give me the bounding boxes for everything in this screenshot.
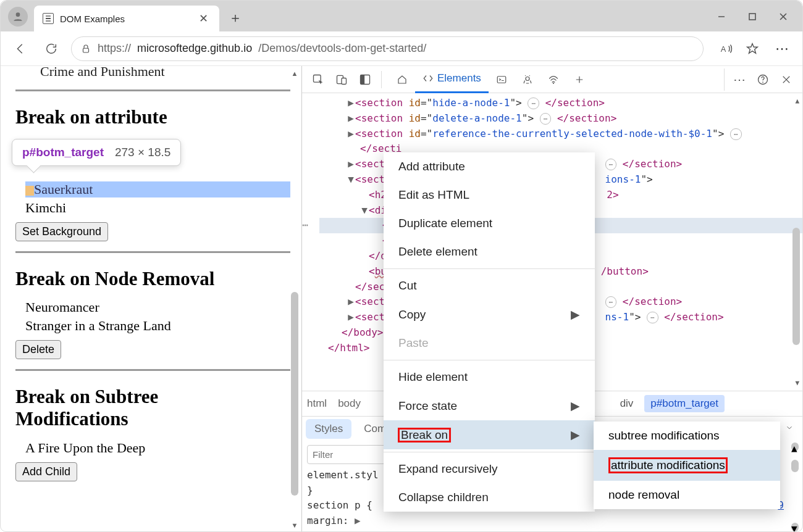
- url-host: microsoftedge.github.io: [137, 42, 252, 55]
- tab-add[interactable]: [566, 66, 592, 93]
- tab-elements[interactable]: Elements: [415, 66, 489, 93]
- back-button[interactable]: [9, 38, 32, 60]
- devtools-close-icon[interactable]: [775, 69, 797, 91]
- ctx-break-on[interactable]: Break on▶: [384, 420, 595, 449]
- refresh-button[interactable]: [40, 38, 62, 60]
- dock-icon[interactable]: [354, 69, 376, 91]
- page-icon: [43, 13, 54, 24]
- svg-rect-9: [342, 78, 347, 84]
- set-background-button[interactable]: Set Background: [15, 222, 108, 241]
- element-tooltip: p#botm_target 273 × 18.5: [12, 139, 181, 166]
- svg-point-0: [16, 12, 20, 17]
- tab-sources[interactable]: [515, 66, 540, 93]
- tab-network[interactable]: [540, 66, 566, 93]
- url-path: /Demos/devtools-dom-get-started/: [258, 42, 426, 55]
- heading-break-attr: Break on attribute: [15, 106, 290, 128]
- favorite-icon[interactable]: [742, 38, 763, 59]
- svg-point-13: [526, 77, 529, 80]
- scroll-down-arrow-icon[interactable]: ▼: [795, 379, 799, 387]
- lock-icon: [80, 43, 91, 54]
- svg-rect-5: [83, 48, 89, 52]
- scroll-up-arrow-icon[interactable]: ▲: [795, 97, 799, 105]
- styles-scroll-thumb[interactable]: [791, 460, 799, 472]
- scroll-down-arrow-icon[interactable]: ▼: [292, 522, 298, 529]
- page-scrollbar[interactable]: ▲ ▼: [289, 70, 300, 529]
- tooltip-selector: p#botm_target: [22, 146, 104, 159]
- context-menu: Add attribute Edit as HTML Duplicate ele…: [384, 152, 595, 512]
- ctx-paste: Paste: [384, 329, 595, 357]
- window-minimize-button[interactable]: [706, 6, 737, 28]
- ctx-edit-html[interactable]: Edit as HTML: [384, 181, 595, 209]
- ctx-hide[interactable]: Hide element: [384, 363, 595, 391]
- styles-more-icon[interactable]: [780, 420, 799, 438]
- svg-text:A: A: [721, 44, 726, 53]
- tab-styles[interactable]: Styles: [306, 419, 351, 439]
- item-fire: A Fire Upon the Deep: [25, 440, 290, 456]
- tab-welcome[interactable]: [389, 66, 415, 93]
- ctx-collapse[interactable]: Collapse children: [384, 483, 595, 512]
- item-kimchi: Kimchi: [25, 200, 290, 216]
- styles-scroll-down-icon[interactable]: ▼: [791, 523, 799, 531]
- scroll-up-arrow-icon[interactable]: ▲: [292, 70, 298, 77]
- url-scheme: https://: [98, 42, 131, 55]
- submenu-attribute[interactable]: attribute modifications: [594, 450, 780, 481]
- divider: [15, 89, 290, 91]
- delete-button[interactable]: Delete: [15, 340, 61, 359]
- profile-avatar-icon[interactable]: [8, 7, 28, 27]
- break-on-submenu: subtree modifications attribute modifica…: [594, 422, 780, 509]
- highlighted-sauerkraut[interactable]: Sauerkraut: [25, 181, 290, 197]
- ctx-copy[interactable]: Copy▶: [384, 300, 595, 329]
- ctx-delete[interactable]: Delete element: [384, 238, 595, 266]
- page-content: Crime and Punishment Break on attribute …: [1, 66, 302, 532]
- cutoff-text: Crime and Punishment: [40, 66, 290, 80]
- browser-tab[interactable]: DOM Examples ✕: [34, 6, 219, 31]
- window-close-button[interactable]: [768, 6, 799, 28]
- new-tab-button[interactable]: ＋: [223, 6, 248, 30]
- devtools-toolbar: Elements ⋯: [302, 66, 802, 93]
- scroll-thumb[interactable]: [291, 292, 298, 496]
- bc-body[interactable]: body: [338, 397, 361, 410]
- tooltip-dimensions: 273 × 18.5: [115, 146, 170, 159]
- svg-rect-12: [497, 76, 506, 83]
- heading-subtree-2: Modifications: [15, 408, 290, 430]
- ctx-add-attribute[interactable]: Add attribute: [384, 152, 595, 181]
- svg-point-14: [553, 82, 554, 83]
- dom-scrollbar[interactable]: ▲ ▼: [791, 99, 800, 384]
- more-menu-icon[interactable]: ⋯: [771, 38, 794, 60]
- divider: [15, 251, 290, 253]
- item-stranger: Stranger in a Strange Land: [25, 318, 290, 334]
- add-child-button[interactable]: Add Child: [15, 462, 77, 481]
- window-titlebar: DOM Examples ✕ ＋: [1, 1, 802, 31]
- window-maximize-button[interactable]: [737, 6, 768, 28]
- ctx-force-state[interactable]: Force state▶: [384, 391, 595, 420]
- svg-rect-11: [361, 75, 365, 84]
- device-toggle-icon[interactable]: [330, 69, 353, 91]
- ctx-expand[interactable]: Expand recursively: [384, 455, 595, 483]
- tab-console[interactable]: [489, 66, 515, 93]
- svg-rect-2: [749, 14, 755, 20]
- item-neuromancer: Neuromancer: [25, 299, 290, 315]
- svg-point-18: [762, 81, 763, 83]
- scroll-thumb[interactable]: [792, 228, 800, 345]
- bc-div[interactable]: div: [620, 397, 634, 410]
- devtools-more-icon[interactable]: ⋯: [728, 69, 750, 91]
- tab-title: DOM Examples: [60, 14, 190, 24]
- heading-node-removal: Break on Node Removal: [15, 268, 290, 290]
- address-bar: https://microsoftedge.github.io/Demos/de…: [1, 31, 802, 66]
- bc-target[interactable]: p#botm_target: [644, 395, 725, 412]
- submenu-node-removal[interactable]: node removal: [594, 481, 780, 509]
- url-field[interactable]: https://microsoftedge.github.io/Demos/de…: [71, 36, 704, 61]
- help-icon[interactable]: [752, 69, 774, 91]
- window-controls: [706, 6, 802, 28]
- bc-html[interactable]: html: [307, 397, 327, 410]
- inspect-icon[interactable]: [307, 69, 329, 91]
- divider: [15, 369, 290, 371]
- ctx-cut[interactable]: Cut: [384, 272, 595, 300]
- tab-close-icon[interactable]: ✕: [196, 10, 211, 27]
- submenu-subtree[interactable]: subtree modifications: [594, 422, 780, 450]
- heading-subtree-1: Break on Subtree: [15, 386, 290, 408]
- ctx-duplicate[interactable]: Duplicate element: [384, 209, 595, 238]
- styles-scroll-up-icon[interactable]: ▲: [791, 443, 799, 451]
- read-aloud-icon[interactable]: A: [716, 38, 737, 59]
